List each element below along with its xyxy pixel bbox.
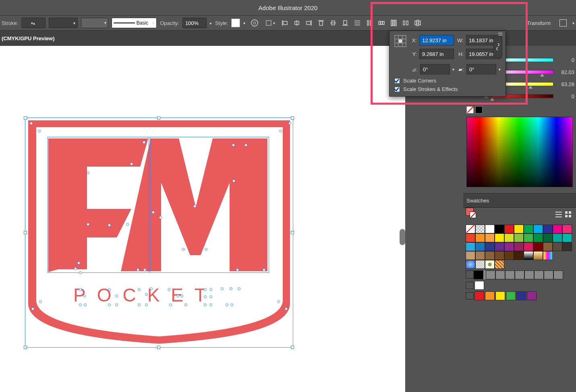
svg-point-0 xyxy=(251,20,258,26)
x-label: X: xyxy=(410,37,417,43)
stroke-label: Stroke: xyxy=(2,20,18,26)
handle-w[interactable] xyxy=(24,231,27,234)
transform-popup: ☰ X: 12.9237 in W: 16.1837 in Y: 9.2687 … xyxy=(389,31,506,97)
style-caret[interactable]: ▾ xyxy=(243,21,245,25)
svg-rect-33 xyxy=(555,217,562,217)
svg-rect-22 xyxy=(383,21,384,25)
style-swatch[interactable] xyxy=(231,19,240,27)
svg-rect-18 xyxy=(367,21,369,25)
fill-stroke-toggle[interactable] xyxy=(466,106,483,113)
svg-rect-37 xyxy=(569,215,571,217)
handle-se[interactable] xyxy=(291,346,294,349)
svg-rect-20 xyxy=(379,21,380,25)
svg-rect-4 xyxy=(283,21,287,25)
opacity-caret[interactable]: ▸ xyxy=(210,21,212,25)
style-label: Style: xyxy=(215,20,228,26)
x-field[interactable]: 12.9237 in xyxy=(419,35,454,45)
dist-top-icon[interactable] xyxy=(352,17,363,29)
shear-caret[interactable]: ▾ xyxy=(499,67,501,72)
handle-e[interactable] xyxy=(291,231,294,234)
panel-more-caret[interactable]: ▾ xyxy=(572,21,574,25)
svg-rect-14 xyxy=(344,21,347,25)
angle-icon: ⊿: xyxy=(410,66,418,72)
cmyk-c-value[interactable]: 0 xyxy=(556,57,576,63)
brush-definition[interactable]: Basic▾ xyxy=(112,18,157,28)
isolate-group-icon[interactable] xyxy=(557,17,569,29)
right-panels: C0 M82.03 Y63.28 K0 Swatches xyxy=(463,46,576,392)
swatches-view-icons[interactable] xyxy=(555,211,572,218)
svg-point-1 xyxy=(253,22,256,24)
handle-n[interactable] xyxy=(157,116,160,120)
align-vcenter-icon[interactable] xyxy=(327,17,339,29)
handle-ne[interactable] xyxy=(291,116,294,120)
align-right-icon[interactable] xyxy=(303,17,315,29)
dist-vcenter-icon[interactable] xyxy=(364,17,375,29)
align-hcenter-icon[interactable] xyxy=(291,17,303,29)
scale-corners-label: Scale Corners xyxy=(403,78,436,84)
svg-rect-36 xyxy=(565,215,568,217)
stroke-weight-field[interactable]: ▾▴ xyxy=(21,18,46,28)
align-left-icon[interactable] xyxy=(279,17,290,29)
swatch-folder-row[interactable] xyxy=(466,291,574,300)
dist-hcenter-icon[interactable] xyxy=(400,17,411,29)
align-bottom-icon[interactable] xyxy=(340,17,351,29)
svg-rect-23 xyxy=(391,20,392,26)
list-view-icon[interactable] xyxy=(555,211,562,218)
rotate-field[interactable]: 0° xyxy=(420,64,450,74)
dist-left-icon[interactable] xyxy=(388,17,399,29)
svg-rect-30 xyxy=(419,21,421,25)
vertical-scrollbar-thumb[interactable] xyxy=(400,229,405,245)
cmyk-k-value[interactable]: 0 xyxy=(556,93,576,99)
color-spectrum[interactable] xyxy=(466,117,573,187)
recolor-artwork-icon[interactable] xyxy=(249,17,261,29)
svg-rect-25 xyxy=(395,20,396,26)
scale-corners-checkbox[interactable]: Scale Corners xyxy=(394,78,501,84)
handle-nw[interactable] xyxy=(24,116,27,120)
opacity-label: Opacity: xyxy=(160,20,179,26)
dist-right-icon[interactable] xyxy=(412,17,423,29)
swatches-current-color[interactable] xyxy=(466,208,476,218)
shape-mode-icon[interactable]: ▾ xyxy=(264,17,276,29)
stroke-variable-width[interactable]: ▾ xyxy=(81,18,108,28)
control-bar: Stroke: ▾▴ ▾ ▾ Basic▾ Opacity: 100% ▸ St… xyxy=(0,15,576,31)
svg-rect-31 xyxy=(555,212,562,213)
cmyk-y-value[interactable]: 63.28 xyxy=(556,81,576,87)
stroke-width-profile[interactable]: ▾ xyxy=(49,18,78,28)
svg-rect-29 xyxy=(417,20,419,26)
fm-shield-artwork[interactable] xyxy=(0,46,405,392)
handle-sw[interactable] xyxy=(24,346,27,349)
transform-link[interactable]: Transform xyxy=(527,20,551,26)
canvas[interactable]: POCKET xyxy=(0,46,405,392)
svg-rect-10 xyxy=(319,21,323,25)
svg-rect-27 xyxy=(406,21,408,25)
svg-rect-19 xyxy=(370,21,371,25)
w-label: W: xyxy=(456,37,464,43)
align-top-icon[interactable] xyxy=(315,17,327,29)
grid-view-icon[interactable] xyxy=(565,211,572,218)
rotate-caret[interactable]: ▾ xyxy=(452,67,454,72)
swatches-panel-header[interactable]: Swatches xyxy=(463,193,576,208)
swatches-title: Swatches xyxy=(466,198,489,204)
cmyk-m-value[interactable]: 82.03 xyxy=(556,69,576,75)
opacity-field[interactable]: 100% xyxy=(182,18,207,28)
svg-rect-32 xyxy=(555,214,562,215)
svg-rect-26 xyxy=(403,21,405,25)
h-label: H: xyxy=(456,51,464,57)
svg-rect-35 xyxy=(569,211,571,214)
app-title: Adobe Illustrator 2020 xyxy=(259,4,318,11)
y-label: Y: xyxy=(410,51,417,57)
reference-point-grid[interactable] xyxy=(394,35,406,47)
svg-rect-28 xyxy=(415,21,416,25)
title-bar: Adobe Illustrator 2020 xyxy=(0,0,576,15)
handle-s[interactable] xyxy=(157,346,160,349)
svg-rect-34 xyxy=(565,211,568,214)
constrain-proportions-icon[interactable] xyxy=(493,36,502,58)
svg-rect-2 xyxy=(266,21,271,25)
shear-icon: ▰: xyxy=(457,66,464,72)
dist-bottom-icon[interactable] xyxy=(376,17,387,29)
scale-strokes-checkbox[interactable]: Scale Strokes & Effects xyxy=(394,86,501,92)
svg-rect-21 xyxy=(381,21,382,25)
swatches-grid[interactable] xyxy=(466,225,574,300)
y-field[interactable]: 9.2687 in xyxy=(419,49,454,59)
shear-field[interactable]: 0° xyxy=(466,64,496,74)
